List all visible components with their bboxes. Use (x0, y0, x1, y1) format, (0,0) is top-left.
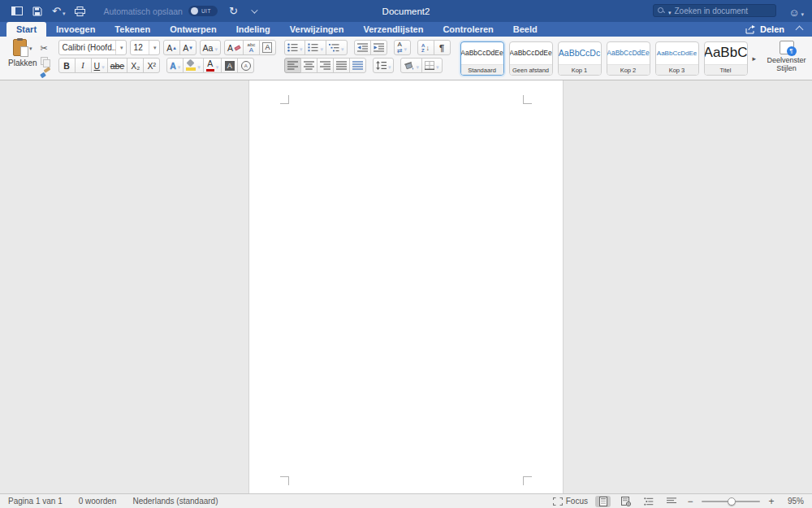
distribute-text-button[interactable] (349, 58, 366, 73)
style-kop-2[interactable]: AaBbCcDdEe Kop 2 (607, 41, 650, 76)
justify-button[interactable] (333, 58, 350, 73)
styles-pane-icon: ¶ (780, 41, 794, 54)
text-effects-button[interactable]: A (166, 58, 184, 73)
print-icon[interactable] (75, 7, 85, 16)
tab-verzendlijsten[interactable]: Verzendlijsten (353, 22, 433, 37)
zoom-in-button[interactable]: + (767, 496, 775, 507)
search-input[interactable]: Zoeken in document (653, 4, 776, 17)
align-right-button[interactable] (317, 58, 334, 73)
decrease-indent-button[interactable] (354, 40, 371, 55)
save-icon[interactable] (32, 7, 42, 16)
tab-beeld[interactable]: Beeld (503, 22, 547, 37)
style-titel[interactable]: AaBbC Titel (704, 41, 748, 76)
multilevel-caret-icon (339, 43, 344, 53)
font-size-select[interactable]: 12 (130, 40, 160, 55)
zoom-level[interactable]: 95% (783, 497, 804, 506)
outline-icon (644, 497, 654, 506)
styles-pane-button[interactable]: ¶ Deelvenster Stijlen (764, 37, 812, 80)
margin-mark-bottom-right (523, 476, 532, 485)
redo-icon[interactable]: ↻ (229, 6, 238, 16)
bold-button[interactable]: B (58, 58, 76, 73)
share-icon (745, 25, 756, 34)
increase-indent-button[interactable] (370, 40, 387, 55)
direction-caret-icon (403, 43, 408, 53)
superscript-button[interactable]: X² (143, 58, 160, 73)
change-case-button[interactable]: Aa (200, 40, 221, 55)
borders-button[interactable] (421, 58, 443, 73)
search-scope-caret-icon[interactable] (667, 3, 672, 18)
collapse-ribbon-chevron-icon[interactable] (796, 26, 804, 34)
page-count[interactable]: Pagina 1 van 1 (8, 497, 63, 506)
line-spacing-button[interactable] (373, 58, 395, 73)
outline-view-button[interactable] (641, 496, 656, 507)
align-left-button[interactable] (284, 58, 301, 73)
font-family-select[interactable]: Calibri (Hoofd... (58, 40, 127, 55)
sort-button[interactable]: AZ ↓ (417, 40, 434, 55)
tab-verwijzingen[interactable]: Verwijzingen (280, 22, 354, 37)
highlight-button[interactable] (183, 58, 204, 73)
tab-tekenen[interactable]: Tekenen (105, 22, 160, 37)
enclose-characters-button[interactable]: A (237, 58, 254, 73)
borders-grid-icon (425, 61, 434, 70)
word-count[interactable]: 0 woorden (79, 497, 117, 506)
tab-indeling[interactable]: Indeling (227, 22, 280, 37)
cut-icon[interactable] (41, 40, 50, 54)
zoom-slider-handle[interactable] (728, 497, 736, 506)
draft-view-button[interactable] (663, 496, 679, 507)
format-painter-icon[interactable] (41, 68, 50, 78)
clear-formatting-button[interactable]: A (224, 40, 244, 55)
eraser-icon (234, 45, 240, 50)
document-page[interactable] (248, 80, 564, 493)
italic-button[interactable]: I (75, 58, 92, 73)
clipboard-group: Plakken (3, 37, 52, 80)
more-styles-arrow-icon[interactable] (753, 42, 761, 75)
web-layout-view-button[interactable] (618, 496, 633, 507)
tab-ontwerpen[interactable]: Ontwerpen (160, 22, 226, 37)
style-kop-1[interactable]: AaBbCcDc Kop 1 (558, 41, 602, 76)
numbering-caret-icon (318, 43, 323, 53)
focus-mode-button[interactable]: Focus (553, 497, 588, 506)
character-border-button[interactable]: A (259, 40, 276, 55)
align-center-button[interactable] (300, 58, 317, 73)
shrink-font-button[interactable]: A (179, 40, 197, 55)
undo-dropdown-caret-icon[interactable] (61, 4, 66, 19)
align-right-icon (320, 61, 330, 70)
style-geen-afstand[interactable]: AaBbCcDdEe Geen afstand (509, 41, 553, 76)
margin-mark-bottom-left (280, 476, 289, 485)
customize-toolbar-chevron-icon[interactable] (251, 9, 256, 14)
tab-invoegen[interactable]: Invoegen (46, 22, 105, 37)
underline-button[interactable]: U (91, 58, 108, 73)
paste-button[interactable]: Plakken (8, 39, 37, 80)
print-layout-view-button[interactable] (595, 496, 611, 507)
font-color-button[interactable]: A (203, 58, 222, 73)
pilcrow-badge-icon: ¶ (787, 46, 797, 56)
tab-controleren[interactable]: Controleren (433, 22, 503, 37)
ribbon: Plakken Calibri (Hoofd... 12 A A Aa (0, 37, 812, 80)
feedback-smiley-icon[interactable] (788, 5, 804, 20)
undo-button[interactable]: ↶ (52, 4, 65, 19)
sidebar-toggle-icon[interactable] (11, 7, 23, 15)
print-layout-icon (599, 497, 607, 506)
shading-button[interactable] (400, 58, 422, 73)
autosave-toggle[interactable]: UIT (188, 6, 218, 16)
autosave-control[interactable]: Automatisch opslaan UIT (103, 6, 217, 16)
multilevel-list-button[interactable] (326, 40, 348, 55)
style-standaard[interactable]: AaBbCcDdEe Standaard (460, 41, 504, 76)
grow-font-button[interactable]: A (163, 40, 180, 55)
margin-mark-top-right (523, 95, 532, 104)
text-direction-button[interactable]: A ⇄ (394, 40, 411, 55)
zoom-out-button[interactable]: − (686, 496, 694, 507)
show-formatting-marks-button[interactable]: ¶ (434, 40, 451, 55)
share-button[interactable]: Delen (745, 22, 784, 37)
style-kop-3[interactable]: AaBbCcDdEe Kop 3 (655, 41, 699, 76)
strikethrough-button[interactable]: abe (107, 58, 128, 73)
language-indicator[interactable]: Nederlands (standaard) (132, 497, 218, 506)
tab-start[interactable]: Start (6, 22, 46, 37)
numbering-button[interactable] (304, 40, 326, 55)
bullets-button[interactable] (284, 40, 306, 55)
zoom-slider[interactable] (702, 497, 760, 506)
subscript-button[interactable]: X₂ (127, 58, 144, 73)
copy-icon[interactable] (41, 57, 50, 66)
phonetic-guide-button[interactable]: abc A (243, 40, 260, 55)
character-shading-button[interactable]: A (221, 58, 238, 73)
